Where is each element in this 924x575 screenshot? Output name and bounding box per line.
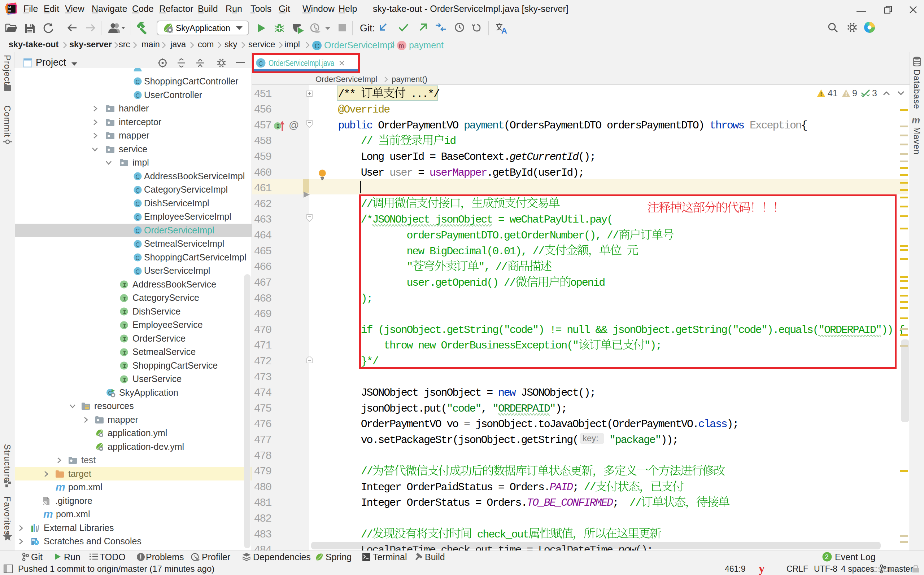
svg-text:I: I [123, 364, 126, 370]
svg-text:I: I [277, 124, 279, 130]
svg-text:I: I [123, 310, 126, 316]
svg-text:C: C [315, 42, 320, 50]
svg-text:I: I [123, 323, 126, 329]
svg-text:C: C [136, 174, 140, 180]
svg-text:I: I [123, 283, 126, 289]
svg-text:C: C [136, 255, 140, 261]
svg-text:C: C [136, 187, 140, 194]
svg-text:I: I [123, 377, 126, 383]
svg-text:C: C [136, 269, 140, 275]
svg-text:m: m [399, 42, 404, 49]
svg-text:C: C [136, 228, 140, 234]
svg-text:C: C [136, 79, 140, 85]
svg-text:I: I [123, 296, 126, 302]
svg-text:C: C [136, 93, 140, 99]
svg-text:IJ: IJ [8, 5, 11, 9]
svg-text:A: A [501, 26, 507, 35]
svg-text:I: I [123, 337, 126, 343]
svg-text:C: C [136, 214, 140, 221]
svg-text:I: I [123, 350, 126, 356]
svg-text:C: C [136, 242, 140, 248]
svg-text:C: C [136, 201, 140, 207]
svg-text:2: 2 [825, 553, 829, 561]
